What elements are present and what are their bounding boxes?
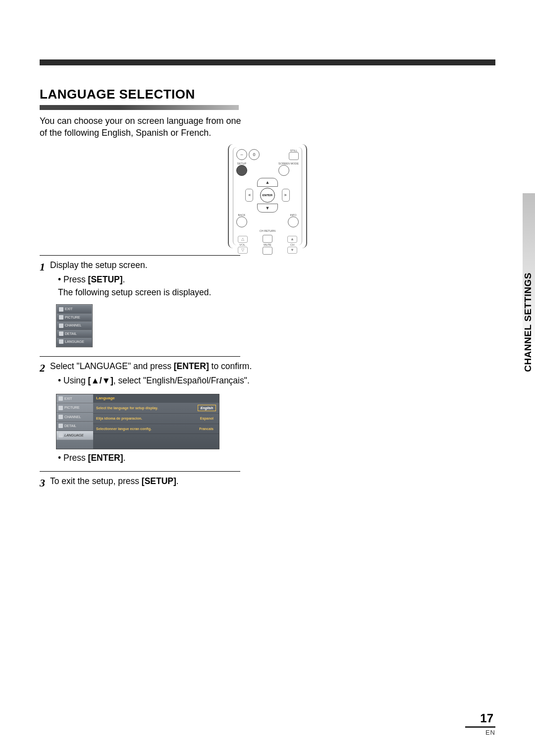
step-2-text-b: to confirm. <box>209 361 252 371</box>
back-label: BACK <box>236 214 247 216</box>
dpad-right-icon: ► <box>282 189 290 202</box>
dpad-left-icon: ◄ <box>245 189 253 202</box>
section-heading: LANGUAGE SELECTION <box>40 87 495 102</box>
setup-label: SETUP <box>236 162 247 165</box>
step-3-number: 3 <box>40 476 45 490</box>
step-2-enter-button: [ENTER] <box>174 361 209 371</box>
heading-underline <box>40 105 239 110</box>
language-prompt-fr: Selectionner langue ecran config. <box>96 427 152 431</box>
menu-picture-label: PICTURE <box>65 315 80 320</box>
side-detail-label: DETAIL <box>64 424 76 428</box>
top-black-bar <box>40 59 495 65</box>
step-2-bullet2-prefix: • Press <box>58 453 88 463</box>
ch-label: CH <box>286 243 299 246</box>
language-icon <box>58 433 63 437</box>
menu-item-detail: DETAIL <box>57 330 92 338</box>
step-1-subtext: The following setup screen is displayed. <box>58 287 253 299</box>
side-item-channel: CHANNEL <box>56 413 93 422</box>
chreturn-label: CH RETURN <box>236 229 299 232</box>
step-2-bullet-b: , select "English/Español/Français". <box>113 376 250 385</box>
remote-inner: – 0 STILL SETUP SCREEN MODE <box>233 147 302 245</box>
intro-paragraph: You can choose your on screen language f… <box>40 115 243 139</box>
language-row-english: Select the language for setup display. E… <box>93 403 219 414</box>
side-item-picture: PICTURE <box>56 403 93 412</box>
still-label: STILL <box>289 149 299 152</box>
step-1-bullet-button: [SETUP] <box>88 274 123 284</box>
language-row-french: Selectionner langue ecran config. Franca… <box>93 424 219 434</box>
divider <box>40 356 240 357</box>
step-3-setup-button: [SETUP] <box>142 476 176 486</box>
page-number: 17 <box>465 711 495 728</box>
picture-icon <box>58 406 63 410</box>
remote-illustration: – 0 STILL SETUP SCREEN MODE <box>228 144 307 248</box>
divider <box>40 255 240 256</box>
vol-rocker: △ VOL. ▽ <box>236 235 249 254</box>
step-3-text-b: . <box>176 476 179 486</box>
step-3: 3 To exit the setup, press [SETUP]. <box>40 476 253 490</box>
step-2-bullet2-suffix: . <box>123 453 126 463</box>
menu-item-picture: PICTURE <box>57 314 92 322</box>
mute-button-icon <box>263 247 272 255</box>
step-2-bullet-a: • Using <box>58 376 88 385</box>
mute-group: MUTE <box>263 234 272 255</box>
exit-icon <box>59 307 63 312</box>
page-language-code: EN <box>465 729 495 736</box>
language-panel-title: Language <box>93 394 219 403</box>
language-option-francais: Francais <box>197 426 216 432</box>
step-2: 2 Select "LANGUAGE" and press [ENTER] to… <box>40 361 253 464</box>
divider <box>40 471 240 472</box>
side-channel-label: CHANNEL <box>64 415 81 419</box>
language-main-panel: Language Select the language for setup d… <box>93 394 219 449</box>
vol-label: VOL. <box>236 243 249 246</box>
language-icon <box>59 339 63 344</box>
side-item-language: LANGUAGE <box>56 431 93 440</box>
ch-rocker: ▲ CH ▼ <box>286 235 299 254</box>
menu-language-label: LANGUAGE <box>65 339 84 344</box>
picture-icon <box>59 315 63 320</box>
side-exit-label: EXIT <box>64 396 72 401</box>
mute-label: MUTE <box>263 243 272 246</box>
step-2-enter-button-2: [ENTER] <box>88 453 123 463</box>
vol-up-icon: △ <box>238 236 248 243</box>
side-item-detail: DETAIL <box>56 422 93 431</box>
setup-button-icon <box>236 165 247 176</box>
setup-menu-thumbnail: EXIT PICTURE CHANNEL DETAIL LANGUAGE <box>56 304 93 347</box>
detail-icon <box>58 424 63 428</box>
info-button-icon <box>288 216 299 227</box>
minus-button-icon: – <box>236 149 247 160</box>
step-3-text-a: To exit the setup, press <box>50 476 142 486</box>
page-footer: 17 EN <box>465 711 495 736</box>
language-row-spanish: Elija idioma de preparacion. Espanol <box>93 414 219 424</box>
enter-button-icon: ENTER <box>260 188 275 203</box>
menu-channel-label: CHANNEL <box>65 323 81 327</box>
language-side-menu: EXIT PICTURE CHANNEL DETAIL LANGUAGE <box>56 394 93 449</box>
manual-page: LANGUAGE SELECTION You can choose your o… <box>40 59 495 736</box>
language-screen-thumbnail: EXIT PICTURE CHANNEL DETAIL LANGUAGE Lan… <box>56 394 219 449</box>
dpad: ▲ ▼ ◄ ► ENTER <box>245 178 290 213</box>
menu-item-exit: EXIT <box>57 305 92 313</box>
ch-up-icon: ▲ <box>287 236 297 243</box>
vol-down-icon: ▽ <box>238 247 248 254</box>
zero-button-icon: 0 <box>249 149 260 160</box>
ch-down-icon: ▼ <box>287 247 297 254</box>
detail-icon <box>59 331 63 336</box>
screenmode-button-icon <box>278 165 289 176</box>
side-item-exit: EXIT <box>56 394 93 403</box>
step-1-text: Display the setup screen. <box>50 260 148 270</box>
dpad-up-icon: ▲ <box>257 178 278 187</box>
side-language-label: LANGUAGE <box>64 433 84 437</box>
language-prompt-es: Elija idioma de preparacion. <box>96 416 142 421</box>
menu-item-channel: CHANNEL <box>57 322 92 329</box>
section-heading-wrap: LANGUAGE SELECTION <box>40 87 495 110</box>
side-picture-label: PICTURE <box>64 405 80 410</box>
screenmode-label: SCREEN MODE <box>278 162 299 165</box>
step-1-bullet-suffix: . <box>123 274 125 284</box>
channel-icon <box>58 415 63 419</box>
channel-icon <box>59 324 63 328</box>
back-button-icon <box>236 216 247 227</box>
exit-icon <box>58 396 63 401</box>
menu-detail-label: DETAIL <box>65 331 77 336</box>
dpad-down-icon: ▼ <box>257 204 278 213</box>
still-button-icon <box>289 152 299 160</box>
info-label: INFO <box>288 214 299 216</box>
